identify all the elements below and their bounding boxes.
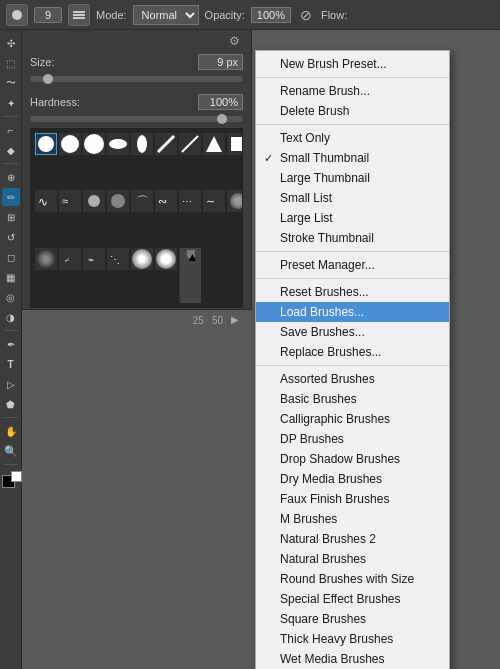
svg-text:∼: ∼ [206,195,215,207]
brush-cell-3[interactable] [83,133,105,155]
size-slider-thumb[interactable] [43,74,53,84]
menu-round-brushes[interactable]: Round Brushes with Size [256,569,449,589]
eyedropper-tool[interactable]: ◆ [2,141,20,159]
move-tool[interactable]: ✣ [2,34,20,52]
flow-label: Flow: [321,9,347,21]
menu-preset-manager[interactable]: Preset Manager... [256,255,449,275]
menu-natural-brushes-2[interactable]: Natural Brushes 2 [256,529,449,549]
brush-cell-24[interactable] [155,248,177,270]
eraser-tool[interactable]: ◻ [2,248,20,266]
brush-cell-9[interactable] [227,133,243,155]
brush-cell-4[interactable] [107,133,129,155]
menu-stroke-thumbnail[interactable]: Stroke Thumbnail [256,228,449,248]
brush-cell-1[interactable] [35,133,57,155]
brush-grid-scrollbar[interactable]: ▲ [179,248,201,303]
magic-wand-tool[interactable]: ✦ [2,94,20,112]
menu-large-list[interactable]: Large List [256,208,449,228]
hand-tool[interactable]: ✋ [2,422,20,440]
menu-rename-brush[interactable]: Rename Brush... [256,81,449,101]
blur-tool[interactable]: ◎ [2,288,20,306]
size-value[interactable]: 9 px [198,54,243,70]
menu-m-brushes[interactable]: M Brushes [256,509,449,529]
brush-cell-19[interactable] [35,248,57,270]
brush-panel-gear[interactable]: ⚙ [229,34,243,48]
menu-reset-brushes[interactable]: Reset Brushes... [256,282,449,302]
menu-save-brushes[interactable]: Save Brushes... [256,322,449,342]
brush-cell-18[interactable] [227,190,243,212]
opacity-label: Opacity: [205,9,245,21]
brush-size-display[interactable]: 9 [34,7,62,23]
marquee-tool[interactable]: ⬚ [2,54,20,72]
svg-point-0 [12,10,22,20]
menu-calligraphic-brushes[interactable]: Calligraphic Brushes [256,409,449,429]
lasso-tool[interactable]: 〜 [2,74,20,92]
brush-cell-8[interactable] [203,133,225,155]
brush-cell-13[interactable] [107,190,129,212]
menu-text-only[interactable]: Text Only [256,128,449,148]
menu-load-brushes[interactable]: Load Brushes... [256,302,449,322]
size-slider[interactable] [30,76,243,82]
menu-large-thumbnail[interactable]: Large Thumbnail [256,168,449,188]
menu-special-effect-brushes[interactable]: Special Effect Brushes [256,589,449,609]
brush-cell-20[interactable]: ⌿ [59,248,81,270]
menu-replace-brushes[interactable]: Replace Brushes... [256,342,449,362]
brush-cell-14[interactable]: ⌒ [131,190,153,212]
brush-cell-16[interactable]: ⋯ [179,190,201,212]
hardness-slider[interactable] [30,116,243,122]
menu-delete-brush[interactable]: Delete Brush [256,101,449,121]
gradient-tool[interactable]: ▦ [2,268,20,286]
svg-text:⌁: ⌁ [88,254,94,265]
heal-tool[interactable]: ⊕ [2,168,20,186]
hardness-value[interactable]: 100% [198,94,243,110]
svg-line-6 [158,136,174,152]
brush-cell-11[interactable]: ≈ [59,190,81,212]
path-tool[interactable]: ▷ [2,375,20,393]
airbrush-toggle[interactable]: ⊘ [297,6,315,24]
brush-cell-23[interactable] [131,248,153,270]
menu-thick-heavy-brushes[interactable]: Thick Heavy Brushes [256,629,449,649]
menu-wet-media-brushes[interactable]: Wet Media Brushes [256,649,449,669]
menu-small-thumbnail[interactable]: Small Thumbnail [256,148,449,168]
pen-tool[interactable]: ✒ [2,335,20,353]
brush-cell-17[interactable]: ∼ [203,190,225,212]
menu-sep-2 [256,124,449,125]
brush-cell-15[interactable]: ∾ [155,190,177,212]
hardness-slider-thumb[interactable] [217,114,227,124]
menu-faux-finish-brushes[interactable]: Faux Finish Brushes [256,489,449,509]
menu-natural-brushes[interactable]: Natural Brushes [256,549,449,569]
tool-preset-button[interactable] [6,4,28,26]
mode-select[interactable]: Normal [133,5,199,25]
brush-cell-6[interactable] [155,133,177,155]
menu-small-list[interactable]: Small List [256,188,449,208]
text-tool[interactable]: T [2,355,20,373]
menu-dry-media-brushes[interactable]: Dry Media Brushes [256,469,449,489]
brush-cell-7[interactable] [179,133,201,155]
menu-assorted-brushes[interactable]: Assorted Brushes [256,369,449,389]
brush-options-button[interactable] [68,4,90,26]
tool-divider-2 [4,163,18,164]
scroll-right-btn[interactable]: ▶ [231,314,243,326]
brush-cell-21[interactable]: ⌁ [83,248,105,270]
svg-rect-2 [73,14,85,16]
brush-cell-2[interactable] [59,133,81,155]
tool-divider-1 [4,116,18,117]
crop-tool[interactable]: ⌐ [2,121,20,139]
brush-tool[interactable]: ✏ [2,188,20,206]
menu-new-brush[interactable]: New Brush Preset... [256,54,449,74]
menu-basic-brushes[interactable]: Basic Brushes [256,389,449,409]
history-tool[interactable]: ↺ [2,228,20,246]
menu-square-brushes[interactable]: Square Brushes [256,609,449,629]
stamp-tool[interactable]: ⊞ [2,208,20,226]
brush-cell-12[interactable] [83,190,105,212]
tick-50: 50 [212,315,223,326]
dodge-tool[interactable]: ◑ [2,308,20,326]
shape-tool[interactable]: ⬟ [2,395,20,413]
brush-cell-22[interactable]: ⋱ [107,248,129,270]
brush-cell-10[interactable]: ∿ [35,190,57,212]
brush-cell-5[interactable] [131,133,153,155]
background-color[interactable] [11,471,22,482]
opacity-value[interactable]: 100% [251,7,291,23]
menu-dp-brushes[interactable]: DP Brushes [256,429,449,449]
zoom-tool[interactable]: 🔍 [2,442,20,460]
menu-drop-shadow-brushes[interactable]: Drop Shadow Brushes [256,449,449,469]
